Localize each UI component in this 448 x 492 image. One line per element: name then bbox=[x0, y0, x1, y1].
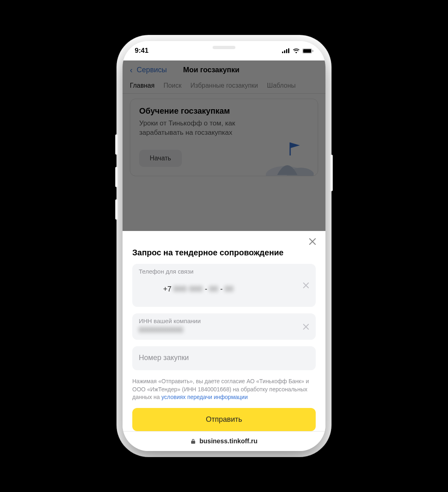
address-bar-url: business.tinkoff.ru bbox=[199, 438, 257, 445]
purchase-number-field[interactable]: Номер закупки bbox=[132, 346, 316, 370]
inn-value: 0000000000 bbox=[139, 326, 309, 335]
inn-field[interactable]: ИНН вашей компании 0000000000 bbox=[132, 313, 316, 340]
inn-clear-button[interactable] bbox=[299, 320, 312, 333]
request-sheet: Запрос на тендерное сопровождение Телефо… bbox=[123, 231, 325, 451]
promo-subtitle: Уроки от Тинькофф о том, как зарабатыват… bbox=[139, 119, 261, 138]
tabs: Главная Поиск Избранные госзакупки Шабло… bbox=[123, 80, 325, 94]
battery-icon bbox=[302, 48, 313, 54]
promo-card: Обучение госзакупкам Уроки от Тинькофф о… bbox=[130, 99, 318, 176]
lock-icon bbox=[190, 438, 196, 444]
phone-notch bbox=[183, 41, 265, 54]
svg-rect-0 bbox=[282, 52, 283, 53]
phone-field[interactable]: Телефон для связи +7 000 000 - 00 - 00 bbox=[132, 264, 316, 307]
submit-button[interactable]: Отправить bbox=[132, 408, 316, 431]
phone-label: Телефон для связи bbox=[139, 268, 309, 275]
promo-start-button[interactable]: Начать bbox=[139, 150, 182, 167]
cellular-icon bbox=[282, 48, 290, 53]
mountain-flag-icon bbox=[265, 138, 314, 176]
purchase-number-placeholder: Номер закупки bbox=[139, 350, 309, 365]
clear-icon bbox=[303, 282, 309, 289]
close-icon bbox=[309, 238, 316, 245]
status-time: 9:41 bbox=[135, 47, 149, 55]
browser-address-bar[interactable]: business.tinkoff.ru bbox=[123, 431, 325, 451]
tab-search[interactable]: Поиск bbox=[164, 82, 181, 89]
background-page: ‹ Сервисы Мои госзакупки Главная Поиск И… bbox=[123, 60, 325, 231]
back-link[interactable]: Сервисы bbox=[137, 66, 167, 74]
phone-frame: 9:41 ‹ Сервисы Мои госзакупки Главная По… bbox=[123, 41, 325, 451]
wifi-icon bbox=[293, 48, 300, 54]
close-button[interactable] bbox=[306, 235, 319, 248]
svg-rect-5 bbox=[303, 49, 311, 53]
clear-icon bbox=[303, 324, 309, 330]
svg-rect-2 bbox=[286, 49, 287, 53]
page-title: Мои госзакупки bbox=[183, 66, 239, 74]
tab-favorites[interactable]: Избранные госзакупки bbox=[190, 82, 258, 89]
tab-main[interactable]: Главная bbox=[130, 82, 155, 89]
tab-templates[interactable]: Шаблоны bbox=[267, 82, 296, 89]
svg-rect-3 bbox=[288, 48, 289, 53]
back-chevron-icon[interactable]: ‹ bbox=[130, 65, 133, 75]
sheet-title: Запрос на тендерное сопровождение bbox=[123, 231, 325, 261]
promo-title: Обучение госзакупкам bbox=[139, 106, 309, 116]
svg-rect-6 bbox=[312, 50, 313, 52]
phone-clear-button[interactable] bbox=[299, 279, 312, 292]
legal-link[interactable]: условиях передачи информации bbox=[162, 394, 248, 400]
inn-label: ИНН вашей компании bbox=[139, 317, 309, 324]
nav-bar: ‹ Сервисы Мои госзакупки bbox=[123, 60, 325, 80]
svg-marker-7 bbox=[290, 142, 300, 151]
phone-value: +7 000 000 - 00 - 00 bbox=[139, 276, 309, 302]
legal-text: Нажимая «Отправить», вы даете согласие А… bbox=[123, 370, 325, 406]
svg-rect-1 bbox=[284, 50, 285, 53]
